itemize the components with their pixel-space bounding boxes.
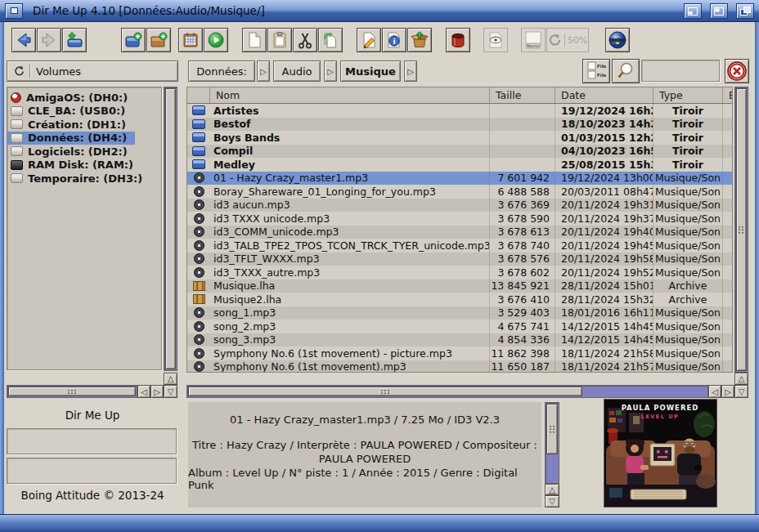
- extract-archive-button[interactable]: [407, 28, 432, 52]
- preview-button[interactable]: [483, 28, 508, 52]
- grip-icon: [549, 425, 556, 434]
- table-row[interactable]: id3_TALB_TPE2_TPOS_TCON_TRCK_TYER_unicod…: [187, 239, 732, 253]
- info-scroll-down-button[interactable]: ▽: [545, 495, 559, 507]
- file-size: 4 675 741: [490, 320, 555, 333]
- volumes-scroll-left-button[interactable]: ◁: [137, 385, 150, 398]
- table-row[interactable]: id3 aucun.mp33 676 36920/11/2024 19h31Mu…: [187, 199, 732, 212]
- close-panel-button[interactable]: [725, 59, 749, 83]
- forward-button[interactable]: [37, 28, 61, 52]
- file-size: 3 678 602: [490, 266, 555, 279]
- svg-text:File: File: [597, 64, 607, 69]
- table-row[interactable]: Musique.lha13 845 92128/11/2024 15h01Arc…: [187, 279, 732, 293]
- table-row[interactable]: Boys Bands01/03/2015 12h26Tiroir: [187, 131, 732, 145]
- table-row[interactable]: Medley25/08/2015 15h37Tiroir: [187, 158, 732, 172]
- breadcrumb-segment-volume[interactable]: Données:: [188, 60, 255, 82]
- header-taille[interactable]: Taille: [490, 87, 555, 103]
- copy-button[interactable]: [318, 28, 343, 52]
- volume-label: Logiciels: (DH2:): [28, 145, 128, 158]
- volumes-hscroll-track[interactable]: [7, 385, 137, 398]
- table-row[interactable]: Symphony No.6 (1st movement).mp311 650 1…: [187, 360, 732, 373]
- close-gadget[interactable]: [5, 3, 23, 19]
- header-type[interactable]: Type: [653, 87, 723, 103]
- breadcrumb-segment-audio[interactable]: Audio: [273, 60, 321, 82]
- file-size: [490, 104, 555, 118]
- info-button[interactable]: i: [382, 28, 406, 52]
- files-scroll-left-button[interactable]: ◁: [708, 385, 721, 398]
- breadcrumb-segment-musique[interactable]: Musique: [340, 60, 401, 82]
- info-vscroll-thumb[interactable]: [546, 404, 558, 454]
- paste-button[interactable]: [267, 28, 292, 52]
- volumes-scroll-up-button[interactable]: △: [164, 373, 177, 385]
- volume-item[interactable]: CLE_BA: (USB0:): [7, 105, 133, 118]
- volumes-vscroll-track[interactable]: [164, 87, 177, 371]
- table-row[interactable]: id3 TXXX unicode.mp33 678 59020/11/2024 …: [187, 212, 732, 226]
- edit-button[interactable]: [357, 28, 381, 52]
- titlebar[interactable]: Dir Me Up 4.10 [Données:Audio/Musique/]: [0, 0, 759, 22]
- file-extra: [723, 266, 732, 279]
- depth-gadget[interactable]: [736, 3, 754, 19]
- table-row[interactable]: id3_TFLT_WXXX.mp33 678 57620/11/2024 19h…: [187, 253, 732, 266]
- cut-button[interactable]: [293, 28, 317, 52]
- volume-item[interactable]: AmigaOS: (DH0:): [7, 91, 136, 105]
- file-file-icon: File File: [586, 60, 607, 82]
- search-input[interactable]: [641, 60, 720, 82]
- files-hscroll-thumb[interactable]: [188, 387, 582, 396]
- volumes-scroll-down-button[interactable]: ▽: [164, 385, 177, 398]
- table-row[interactable]: 01 - Hazy Crazy_master1.mp37 601 94219/1…: [187, 172, 732, 186]
- files-hscroll-track[interactable]: [186, 385, 708, 398]
- info-vscroll-track[interactable]: [545, 402, 559, 484]
- back-button[interactable]: [11, 28, 36, 52]
- table-row[interactable]: Symphony No.6 (1st movement) - picture.m…: [187, 346, 732, 360]
- zoom-gadget[interactable]: [710, 3, 728, 19]
- file-date: 20/11/2024 19h31: [555, 199, 653, 212]
- copy-icon: [321, 31, 339, 49]
- delete-button[interactable]: [446, 28, 470, 52]
- table-row[interactable]: song_2.mp34 675 74114/12/2015 14h45Musiq…: [187, 320, 732, 333]
- table-row[interactable]: id3_COMM_unicode.mp33 678 61320/11/2024 …: [187, 226, 732, 239]
- table-row[interactable]: Boray_Shareware_01_Longing_for_you.mp36 …: [187, 185, 732, 199]
- new-file-button[interactable]: [242, 28, 267, 52]
- table-row[interactable]: Artistes19/12/2024 16h24Tiroir: [187, 104, 732, 118]
- volumes-selector[interactable]: Volumes: [7, 60, 178, 82]
- table-row[interactable]: song_1.mp33 529 40318/01/2016 16h11Musiq…: [187, 306, 732, 320]
- iconify-icon: [688, 7, 698, 16]
- files-vscroll-track[interactable]: [734, 87, 748, 373]
- info-scroll-up-button[interactable]: △: [545, 484, 559, 495]
- volumes-hscroll-thumb[interactable]: [8, 387, 136, 396]
- table-row[interactable]: Compil04/10/2023 16h57Tiroir: [187, 145, 732, 159]
- header-date[interactable]: Date: [555, 87, 653, 103]
- volume-item[interactable]: Données: (DH4:): [7, 132, 135, 145]
- header-e[interactable]: E: [723, 87, 732, 103]
- volume-label: Création: (DH1:): [28, 118, 126, 131]
- search-button[interactable]: [612, 59, 640, 83]
- calendar-button[interactable]: [178, 28, 203, 52]
- volumes-vscroll-thumb[interactable]: [165, 88, 176, 369]
- volume-item[interactable]: Logiciels: (DH2:): [7, 145, 136, 159]
- new-directory-button[interactable]: [146, 28, 171, 52]
- zoom-level-button[interactable]: 50%: [546, 28, 589, 52]
- table-row[interactable]: song_3.mp34 854 33614/12/2015 14h45Musiq…: [187, 333, 732, 347]
- new-drawer-button[interactable]: [121, 28, 146, 52]
- back-icon: [15, 31, 33, 49]
- iconify-gadget[interactable]: [684, 3, 702, 19]
- boing-sphere-button[interactable]: [605, 28, 630, 52]
- name-view-button[interactable]: Name: [521, 28, 546, 52]
- header-icon-column[interactable]: [187, 87, 210, 103]
- header-nom[interactable]: Nom: [210, 87, 490, 103]
- play-button[interactable]: [204, 28, 228, 52]
- files-scroll-up-button[interactable]: △: [734, 373, 748, 385]
- table-row[interactable]: Bestof18/10/2023 14h24Tiroir: [187, 118, 732, 132]
- volumes-scroll-right-button[interactable]: ▷: [150, 385, 164, 398]
- volume-item[interactable]: Temporaire: (DH3:): [7, 172, 150, 186]
- icon-cell: [187, 253, 210, 266]
- files-scroll-down-button[interactable]: ▽: [734, 385, 748, 398]
- files-scroll-right-button[interactable]: ▷: [721, 385, 734, 398]
- table-row[interactable]: id3_TXXX_autre.mp33 678 60220/11/2024 19…: [187, 266, 732, 279]
- parent-dir-button[interactable]: [62, 28, 87, 52]
- file-filter-button[interactable]: File File: [582, 59, 610, 83]
- volume-item[interactable]: Création: (DH1:): [7, 118, 134, 132]
- volume-item[interactable]: RAM Disk: (RAM:): [7, 159, 141, 172]
- files-vscroll-thumb[interactable]: [736, 88, 747, 371]
- right-arrow-icon: ▷: [725, 387, 731, 396]
- table-row[interactable]: Musique2.lha3 676 41028/11/2024 15h32Arc…: [187, 293, 732, 306]
